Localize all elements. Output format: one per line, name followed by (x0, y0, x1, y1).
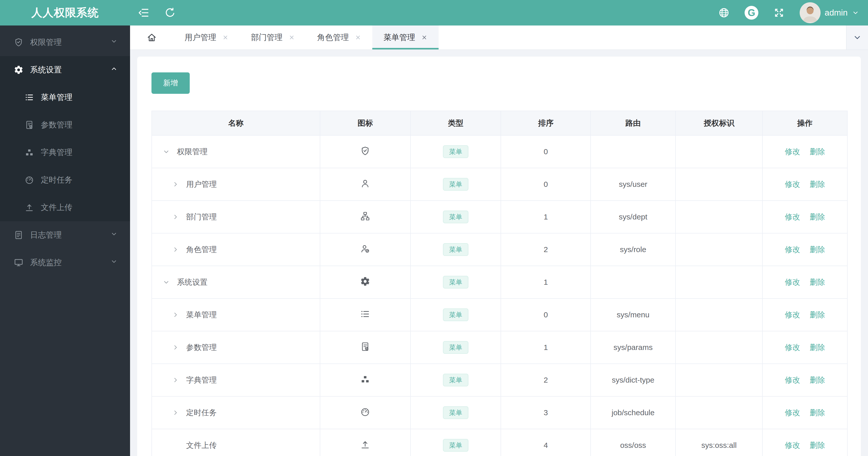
perm-value (676, 396, 763, 429)
expand-arrow-icon[interactable] (172, 344, 179, 351)
sidebar-item-menu-mgmt[interactable]: 菜单管理 (0, 84, 130, 111)
route-value: sys/dept (591, 201, 676, 233)
document-check-icon (360, 341, 370, 352)
menu-name: 文件上传 (186, 440, 217, 451)
user-menu[interactable]: admin (800, 2, 859, 23)
close-icon[interactable] (355, 34, 361, 40)
sidebar-item-label: 日志管理 (30, 230, 62, 240)
sidebar-item-file-upload[interactable]: 文件上传 (0, 194, 130, 221)
edit-link[interactable]: 修改 (785, 376, 800, 384)
table-row: 定时任务 菜单 3 job/schedule 修改删除 (152, 396, 847, 429)
expand-arrow-icon[interactable] (172, 181, 179, 188)
tab-menu-mgmt[interactable]: 菜单管理 (372, 26, 439, 50)
col-header-route: 路由 (591, 111, 676, 135)
edit-link[interactable]: 修改 (785, 343, 800, 352)
table-row: 用户管理 菜单 0 sys/user 修改删除 (152, 168, 847, 201)
shield-icon (14, 37, 24, 47)
table-row: 部门管理 菜单 1 sys/dept 修改删除 (152, 201, 847, 233)
tab-label: 角色管理 (317, 32, 349, 43)
tab-options-button[interactable] (846, 26, 868, 50)
expand-arrow-icon[interactable] (172, 409, 179, 416)
col-header-name: 名称 (152, 111, 320, 135)
sort-value: 1 (501, 331, 591, 364)
expand-arrow-icon[interactable] (163, 148, 170, 155)
route-value (591, 266, 676, 298)
content-card: 新增 名称 图标 类型 排序 路由 授权标识 (137, 57, 861, 456)
menu-table: 名称 图标 类型 排序 路由 授权标识 操作 (152, 110, 847, 456)
delete-link[interactable]: 删除 (810, 311, 825, 319)
sidebar-item-system-monitor[interactable]: 系统监控 (0, 249, 130, 276)
delete-link[interactable]: 删除 (810, 408, 825, 417)
expand-arrow-icon[interactable] (172, 377, 179, 384)
tab-role-mgmt[interactable]: 角色管理 (306, 26, 372, 50)
edit-link[interactable]: 修改 (785, 147, 800, 156)
sidebar-collapse-icon[interactable] (138, 7, 149, 19)
edit-link[interactable]: 修改 (785, 180, 800, 188)
gear-icon (14, 65, 24, 75)
fullscreen-icon[interactable] (773, 7, 785, 19)
close-icon[interactable] (222, 34, 228, 40)
sidebar-item-label: 系统监控 (30, 257, 62, 268)
tab-user-mgmt[interactable]: 用户管理 (174, 26, 240, 50)
table-header-row: 名称 图标 类型 排序 路由 授权标识 操作 (152, 111, 847, 135)
edit-link[interactable]: 修改 (785, 278, 800, 286)
delete-link[interactable]: 删除 (810, 441, 825, 449)
delete-link[interactable]: 删除 (810, 147, 825, 156)
delete-link[interactable]: 删除 (810, 376, 825, 384)
type-badge: 菜单 (443, 406, 468, 419)
sidebar-item-log-mgmt[interactable]: 日志管理 (0, 221, 130, 249)
sidebar-item-permission-mgmt[interactable]: 权限管理 (0, 29, 130, 56)
tab-home[interactable] (130, 26, 174, 50)
expand-arrow-icon[interactable] (163, 279, 170, 286)
edit-link[interactable]: 修改 (785, 245, 800, 254)
sidebar-group-system-settings: 系统设置 菜单管理 参数管理 字典管理 定时任务 文件上传 (0, 56, 130, 221)
sort-value: 0 (501, 298, 591, 331)
chevron-down-icon (852, 9, 859, 17)
sidebar-item-dict-mgmt[interactable]: 字典管理 (0, 139, 130, 166)
perm-value (676, 364, 763, 396)
edit-link[interactable]: 修改 (785, 311, 800, 319)
avatar[interactable] (800, 2, 820, 23)
app-header: 人人权限系统 G admin (0, 0, 868, 26)
delete-link[interactable]: 删除 (810, 278, 825, 286)
sort-value: 0 (501, 168, 591, 201)
sort-value: 1 (501, 266, 591, 298)
home-icon (146, 32, 157, 43)
route-value: sys/dict-type (591, 364, 676, 396)
type-badge: 菜单 (443, 374, 468, 386)
expand-arrow-icon[interactable] (172, 213, 179, 221)
delete-link[interactable]: 删除 (810, 213, 825, 221)
tab-label: 菜单管理 (383, 32, 415, 43)
gauge-icon (360, 407, 370, 417)
delete-link[interactable]: 删除 (810, 343, 825, 352)
language-globe-icon[interactable] (718, 7, 730, 19)
main-area: 用户管理 部门管理 角色管理 菜单管理 新增 (130, 26, 868, 456)
type-badge: 菜单 (443, 276, 468, 289)
expand-arrow-icon[interactable] (172, 311, 179, 318)
menu-name: 角色管理 (186, 245, 217, 255)
expand-arrow-icon[interactable] (172, 246, 179, 253)
document-check-icon (25, 120, 34, 130)
tab-dept-mgmt[interactable]: 部门管理 (240, 26, 306, 50)
delete-link[interactable]: 删除 (810, 245, 825, 254)
delete-link[interactable]: 删除 (810, 180, 825, 188)
edit-link[interactable]: 修改 (785, 213, 800, 221)
refresh-icon[interactable] (164, 7, 176, 19)
edit-link[interactable]: 修改 (785, 408, 800, 417)
perm-value (676, 266, 763, 298)
username: admin (825, 8, 847, 18)
add-button[interactable]: 新增 (152, 72, 190, 94)
sidebar-item-params-mgmt[interactable]: 参数管理 (0, 111, 130, 139)
gitee-icon[interactable]: G (745, 6, 758, 20)
sidebar-item-system-settings[interactable]: 系统设置 (0, 56, 130, 84)
list-icon (360, 309, 370, 319)
edit-link[interactable]: 修改 (785, 441, 800, 449)
table-row: 系统设置 菜单 1 修改删除 (152, 266, 847, 298)
sidebar-item-schedule[interactable]: 定时任务 (0, 166, 130, 194)
close-icon[interactable] (421, 34, 427, 40)
perm-value (676, 201, 763, 233)
chevron-down-icon (110, 37, 118, 47)
sidebar-item-label: 菜单管理 (41, 92, 72, 103)
shield-icon (360, 146, 370, 156)
close-icon[interactable] (289, 34, 295, 40)
